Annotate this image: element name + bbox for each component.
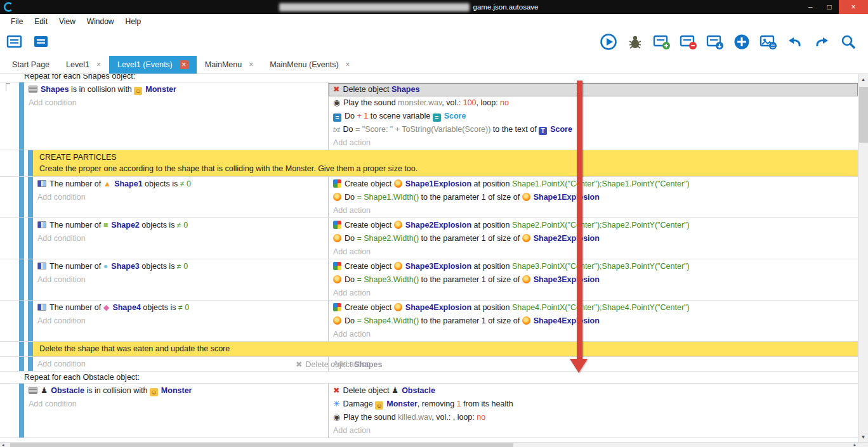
vertical-scroll-thumb[interactable] [859,87,868,143]
scroll-up-icon[interactable]: ▴ [858,74,868,84]
nesting-bar [19,301,24,341]
condition-line[interactable]: Shapes is in collision with ☺Monster [24,83,328,96]
monster-icon: ☺ [375,401,383,410]
horizontal-scrollbar[interactable]: ◂ ▸ [0,442,868,447]
add-action-button[interactable]: Add action [329,358,858,371]
start-page-icon[interactable] [32,32,51,51]
action-line[interactable]: Create object Shape1Explosion at positio… [329,178,858,191]
undo-icon[interactable] [786,32,805,51]
add-condition-button[interactable]: Add condition [33,232,328,245]
add-condition-button[interactable]: Add condition [33,358,328,371]
shape2-icon: ■ [103,221,109,230]
obstacle-icon: ♟ [41,386,48,395]
redacted-title-region [279,3,470,11]
image-bank-icon[interactable] [759,32,778,51]
nesting-bar [28,218,33,259]
explosion-icon [394,179,402,188]
menu-help[interactable]: Help [120,17,147,26]
comment-cell[interactable]: Delete the shape that was eaten and upda… [33,342,858,356]
action-line[interactable]: ◉Play the sound killed.wav, vol.: , loop… [329,411,858,424]
scene-add-icon[interactable] [652,32,671,51]
tab-level1-events-[interactable]: Level1 (Events)× [109,56,197,74]
action-line[interactable]: Do = Shape3.Width() to the parameter 1 o… [329,273,858,287]
add-condition-button[interactable]: Add condition [33,273,328,287]
tab-close-icon[interactable]: × [249,60,253,69]
close-button[interactable]: × [839,0,868,14]
minimize-button[interactable]: – [801,0,820,14]
add-object-icon[interactable] [732,32,751,51]
vertical-scrollbar[interactable]: ▴ ▾ [858,74,868,442]
condition-line[interactable]: The number of ■Shape2 objects is ≠ 0 [33,219,328,232]
comment-text: Delete the shape that was eaten and upda… [39,343,852,354]
comment-cell[interactable]: CREATE PARTICLESCreate the proper one ac… [33,150,858,176]
nesting-bar [19,342,24,356]
selected-action-line[interactable]: ✖Delete object Shapes [329,83,858,96]
event-row: The number of ◆Shape4 objects is ≠ 0Add … [0,301,858,342]
drag-ghost-action: ✖Delete object Shapes [296,358,382,371]
action-line[interactable]: Do = Shape4.Width() to the parameter 1 o… [329,314,858,328]
scene-edit-icon[interactable] [706,32,725,51]
maximize-button[interactable]: □ [820,0,839,14]
action-line[interactable]: Do = Shape2.Width() to the parameter 1 o… [329,232,858,245]
action-line[interactable]: Create object Shape4Explosion at positio… [329,301,858,314]
action-line[interactable]: Do = Shape1.Width() to the parameter 1 o… [329,191,858,204]
action-line[interactable]: ✖Delete object ♟Obstacle [329,384,858,398]
add-action-button[interactable]: Add action [329,136,858,150]
project-manager-icon[interactable] [5,32,24,51]
action-line[interactable]: ✳Damage ☺Monster, removing 1 from its he… [329,398,858,411]
scene-remove-icon[interactable] [679,32,698,51]
action-line[interactable]: Create object Shape2Explosion at positio… [329,219,858,232]
conditions-cell: Shapes is in collision with ☺MonsterAdd … [24,82,328,150]
action-line[interactable]: txtDo = "Score: " + ToString(Variable(Sc… [329,123,858,136]
action-line[interactable]: =Do + 1 to scene variable =Score [329,110,858,123]
menu-window[interactable]: Window [81,17,120,26]
repeat-header-row[interactable]: Repeat for each Shapes object: [0,74,858,82]
add-condition-button[interactable]: Add condition [33,191,328,204]
condition-line[interactable]: The number of ●Shape3 objects is ≠ 0 [33,260,328,273]
play-icon[interactable] [599,32,618,51]
tab-close-icon[interactable]: × [346,60,350,69]
tab-mainmenu[interactable]: MainMenu× [197,56,261,74]
tab-close-icon[interactable]: × [180,60,188,69]
scroll-right-icon[interactable]: ▸ [853,443,856,447]
score-var-icon: = [433,113,441,122]
tab-mainmenu-events-[interactable]: MainMenu (Events)× [261,56,358,74]
condition-line[interactable]: ♟Obstacle is in collision with ☺Monster [24,384,328,398]
tab-close-icon[interactable]: × [96,60,101,69]
redo-icon[interactable] [812,32,831,51]
add-action-button[interactable]: Add action [329,287,858,300]
add-condition-button[interactable]: Add condition [24,398,328,411]
explosion-icon [333,316,341,325]
add-condition-button[interactable]: Add condition [24,96,328,110]
condition-line[interactable]: The number of ▲Shape1 objects is ≠ 0 [33,178,328,191]
debug-icon[interactable] [626,32,645,51]
action-line[interactable]: ◉Play the sound monster.wav, vol.: 100, … [329,96,858,110]
count-icon [37,180,46,187]
add-condition-button[interactable]: Add condition [33,314,328,328]
menu-file[interactable]: File [5,17,29,26]
actions-cell: Create object Shape3Explosion at positio… [328,259,858,300]
tab-level1[interactable]: Level1× [58,56,109,74]
search-icon[interactable] [839,32,858,51]
horizontal-scroll-thumb[interactable] [10,443,513,447]
add-action-button[interactable]: Add action [329,424,858,437]
gutter [0,384,19,437]
menu-edit[interactable]: Edit [29,17,53,26]
tab-label: Level1 [66,60,89,69]
fold-indicator[interactable] [6,83,10,91]
explosion-icon [522,234,530,242]
add-action-button[interactable]: Add action [329,328,858,341]
add-action-button[interactable]: Add action [329,245,858,259]
conditions-cell: The number of ●Shape3 objects is ≠ 0Add … [33,259,328,300]
gutter [0,150,19,176]
explosion-icon [394,262,402,270]
scroll-left-icon[interactable]: ◂ [2,443,4,447]
action-line[interactable]: Create object Shape3Explosion at positio… [329,260,858,273]
add-action-button[interactable]: Add action [329,204,858,217]
repeat-header-row[interactable]: Repeat for each Obstacle object: [0,372,858,384]
menu-view[interactable]: View [53,17,81,26]
scroll-down-icon[interactable]: ▾ [858,432,868,442]
create-icon [333,221,341,229]
condition-line[interactable]: The number of ◆Shape4 objects is ≠ 0 [33,301,328,314]
tab-start-page[interactable]: Start Page [4,56,58,74]
